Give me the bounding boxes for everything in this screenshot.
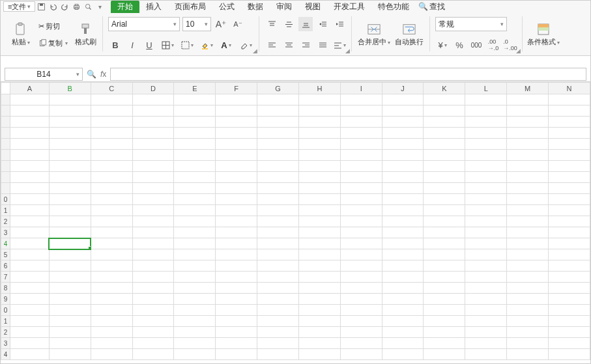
cell[interactable]	[424, 283, 465, 294]
cell[interactable]	[257, 327, 299, 338]
row-header[interactable]	[1, 94, 10, 105]
cell[interactable]	[132, 227, 174, 238]
cell[interactable]	[257, 105, 299, 117]
cell[interactable]	[10, 117, 49, 128]
cell[interactable]	[10, 105, 49, 117]
cell[interactable]	[465, 183, 507, 194]
paste-button[interactable]: 粘贴	[8, 16, 33, 53]
cell[interactable]	[424, 94, 465, 105]
percent-button[interactable]: %	[452, 38, 467, 52]
cell[interactable]	[257, 150, 299, 161]
cell[interactable]	[382, 172, 424, 183]
cell[interactable]	[216, 172, 257, 183]
cell[interactable]	[340, 260, 382, 272]
cell[interactable]	[174, 94, 216, 105]
cell[interactable]	[424, 194, 465, 205]
cell[interactable]	[49, 283, 91, 294]
borders-button[interactable]	[159, 38, 176, 52]
cell[interactable]	[507, 349, 549, 360]
cell[interactable]	[340, 183, 382, 194]
cell[interactable]	[507, 150, 549, 161]
cell[interactable]	[424, 150, 465, 161]
cell[interactable]	[507, 194, 549, 205]
cell[interactable]	[340, 294, 382, 305]
cell[interactable]	[257, 316, 299, 327]
cell[interactable]	[340, 94, 382, 105]
cell[interactable]	[174, 238, 216, 249]
cell[interactable]	[382, 205, 424, 216]
name-box[interactable]: B14 ▾	[5, 68, 83, 81]
cell[interactable]	[132, 316, 174, 327]
cell[interactable]	[49, 238, 91, 249]
cell[interactable]	[49, 205, 91, 216]
cell[interactable]	[49, 327, 91, 338]
cell[interactable]	[298, 183, 340, 194]
cell[interactable]	[298, 128, 340, 139]
row-header[interactable]: 0	[1, 305, 10, 316]
cell[interactable]	[424, 349, 465, 360]
cell[interactable]	[10, 294, 49, 305]
cell[interactable]	[340, 305, 382, 316]
cell[interactable]	[49, 272, 91, 283]
column-header-I[interactable]: I	[340, 83, 382, 94]
cell[interactable]	[91, 139, 132, 150]
cell[interactable]	[257, 294, 299, 305]
cell[interactable]	[382, 161, 424, 172]
column-header-F[interactable]: F	[216, 83, 257, 94]
cell[interactable]	[549, 283, 590, 294]
cell[interactable]	[91, 272, 132, 283]
cell[interactable]	[91, 128, 132, 139]
cell[interactable]	[507, 94, 549, 105]
cell[interactable]	[465, 260, 507, 272]
cell[interactable]	[549, 139, 590, 150]
cell[interactable]	[507, 139, 549, 150]
cell[interactable]	[174, 327, 216, 338]
cell[interactable]	[216, 94, 257, 105]
row-header[interactable]	[1, 150, 10, 161]
row-header[interactable]: 1	[1, 205, 10, 216]
cell[interactable]	[91, 294, 132, 305]
cell[interactable]	[49, 194, 91, 205]
cell[interactable]	[298, 260, 340, 272]
cell[interactable]	[507, 205, 549, 216]
cell[interactable]	[340, 327, 382, 338]
cell[interactable]	[257, 94, 299, 105]
cell[interactable]	[507, 128, 549, 139]
row-header[interactable]	[1, 172, 10, 183]
cell[interactable]	[549, 327, 590, 338]
cell[interactable]	[10, 161, 49, 172]
column-header-E[interactable]: E	[174, 83, 216, 94]
cell[interactable]	[382, 227, 424, 238]
cell[interactable]	[465, 283, 507, 294]
cell[interactable]	[465, 139, 507, 150]
cell[interactable]	[382, 128, 424, 139]
cell[interactable]	[91, 194, 132, 205]
increase-indent-button[interactable]	[332, 17, 347, 31]
cell[interactable]	[132, 194, 174, 205]
cell[interactable]	[340, 338, 382, 349]
cell[interactable]	[424, 172, 465, 183]
cell[interactable]	[174, 272, 216, 283]
cell[interactable]	[465, 249, 507, 260]
cell[interactable]	[465, 238, 507, 249]
cell[interactable]	[340, 349, 382, 360]
cell[interactable]	[49, 139, 91, 150]
row-header[interactable]: 2	[1, 216, 10, 227]
bold-button[interactable]: B	[108, 38, 123, 52]
cell[interactable]	[549, 272, 590, 283]
cell[interactable]	[49, 183, 91, 194]
cell[interactable]	[465, 349, 507, 360]
cell[interactable]	[257, 338, 299, 349]
cell[interactable]	[549, 349, 590, 360]
cell[interactable]	[132, 338, 174, 349]
cell[interactable]	[340, 238, 382, 249]
column-header-D[interactable]: D	[132, 83, 174, 94]
cell[interactable]	[257, 216, 299, 227]
cell[interactable]	[257, 139, 299, 150]
comma-button[interactable]: 000	[469, 38, 483, 52]
cell[interactable]	[132, 150, 174, 161]
cell[interactable]	[257, 349, 299, 360]
column-header-B[interactable]: B	[49, 83, 91, 94]
cell[interactable]	[216, 117, 257, 128]
cell[interactable]	[382, 238, 424, 249]
